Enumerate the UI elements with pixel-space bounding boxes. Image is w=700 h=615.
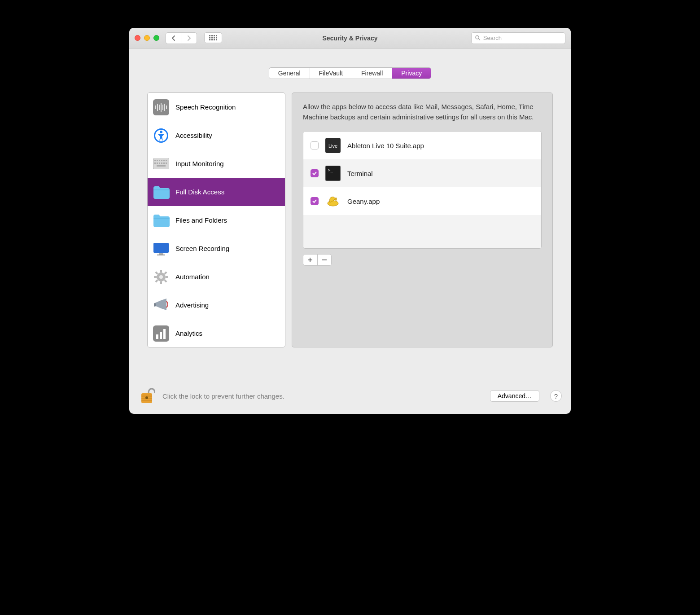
svg-rect-36 <box>163 163 165 164</box>
lock-button[interactable] <box>138 387 156 405</box>
tabs-row: General FileVault Firewall Privacy <box>129 48 571 79</box>
svg-rect-8 <box>209 39 210 40</box>
ableton-icon: Live <box>325 137 341 154</box>
app-name-label: Geany.app <box>347 198 380 205</box>
app-row[interactable]: Live Ableton Live 10 Suite.app <box>303 132 541 159</box>
content-area: Speech Recognition Accessibility Input M… <box>129 79 571 382</box>
megaphone-icon <box>152 296 170 314</box>
sidebar-item-label: Screen Recording <box>175 245 229 252</box>
sidebar-item-analytics[interactable]: Analytics <box>148 319 285 347</box>
svg-rect-4 <box>209 37 210 38</box>
svg-point-71 <box>145 396 148 399</box>
sidebar-item-speech-recognition[interactable]: Speech Recognition <box>148 93 285 121</box>
preferences-window: Security & Privacy General FileVault Fir… <box>129 28 571 414</box>
folder-icon <box>152 183 170 201</box>
sidebar-item-automation[interactable]: Automation <box>148 263 285 291</box>
svg-rect-28 <box>159 160 160 161</box>
sidebar-item-files-and-folders[interactable]: Files and Folders <box>148 206 285 234</box>
minimize-window-button[interactable] <box>144 35 150 41</box>
svg-line-13 <box>478 39 480 40</box>
add-button[interactable] <box>303 255 318 265</box>
svg-rect-52 <box>154 303 156 307</box>
svg-rect-27 <box>157 160 158 161</box>
svg-text:>_: >_ <box>328 168 333 172</box>
sidebar-item-screen-recording[interactable]: Screen Recording <box>148 234 285 263</box>
sidebar-item-full-disk-access[interactable]: Full Disk Access <box>148 178 285 206</box>
zoom-window-button[interactable] <box>153 35 159 41</box>
plus-icon <box>307 257 313 263</box>
svg-rect-62 <box>335 198 337 200</box>
back-button[interactable] <box>166 33 181 44</box>
tab-general[interactable]: General <box>269 68 310 79</box>
tab-filevault[interactable]: FileVault <box>310 68 352 79</box>
svg-rect-7 <box>216 37 217 38</box>
grid-icon <box>209 35 217 40</box>
accessibility-icon <box>152 127 170 145</box>
titlebar: Security & Privacy <box>129 28 571 48</box>
svg-rect-32 <box>154 163 156 164</box>
tab-segment: General FileVault Firewall Privacy <box>269 67 431 79</box>
remove-button[interactable] <box>318 255 332 265</box>
svg-point-12 <box>476 36 479 39</box>
unlocked-lock-icon <box>140 387 155 405</box>
gear-icon <box>152 268 170 286</box>
show-all-button[interactable] <box>204 32 222 43</box>
sidebar-item-label: Analytics <box>175 329 202 337</box>
app-checkbox[interactable] <box>311 197 319 205</box>
app-name-label: Terminal <box>347 170 373 177</box>
search-input[interactable] <box>483 35 561 41</box>
app-row[interactable]: Geany.app <box>303 187 541 215</box>
svg-rect-35 <box>161 163 162 164</box>
tab-privacy[interactable]: Privacy <box>392 68 431 79</box>
app-list[interactable]: Live Ableton Live 10 Suite.app >_ Termin… <box>303 131 542 249</box>
sidebar-item-label: Full Disk Access <box>175 188 224 196</box>
svg-rect-34 <box>159 163 160 164</box>
nav-back-forward <box>166 32 197 44</box>
svg-text:Live: Live <box>328 143 337 149</box>
svg-rect-2 <box>214 35 215 36</box>
waveform-icon <box>152 98 170 116</box>
chevron-left-icon <box>171 35 175 41</box>
sidebar-item-label: Automation <box>175 273 210 281</box>
svg-point-24 <box>160 131 162 133</box>
sidebar-item-label: Accessibility <box>175 132 212 139</box>
footer: Click the lock to prevent further change… <box>129 382 571 414</box>
sidebar-item-advertising[interactable]: Advertising <box>148 291 285 319</box>
svg-rect-1 <box>211 35 213 36</box>
detail-pane: Allow the apps below to access data like… <box>292 92 553 347</box>
privacy-category-list[interactable]: Speech Recognition Accessibility Input M… <box>147 92 285 347</box>
keyboard-icon <box>152 155 170 173</box>
svg-rect-0 <box>209 35 210 36</box>
svg-rect-9 <box>211 39 213 40</box>
svg-rect-30 <box>163 160 165 161</box>
sidebar-item-label: Files and Folders <box>175 216 227 224</box>
add-remove-control <box>303 254 332 266</box>
window-controls <box>135 35 159 41</box>
svg-rect-10 <box>214 39 215 40</box>
svg-rect-31 <box>166 160 167 161</box>
sidebar-item-input-monitoring[interactable]: Input Monitoring <box>148 149 285 178</box>
description-text: Allow the apps below to access data like… <box>303 102 542 122</box>
check-icon <box>312 198 317 204</box>
folder-icon <box>152 211 170 229</box>
svg-rect-44 <box>160 270 162 272</box>
sidebar-item-accessibility[interactable]: Accessibility <box>148 121 285 149</box>
svg-rect-41 <box>157 255 165 255</box>
advanced-button[interactable]: Advanced… <box>490 390 539 402</box>
forward-button[interactable] <box>181 33 197 44</box>
close-window-button[interactable] <box>135 35 140 41</box>
tab-firewall[interactable]: Firewall <box>352 68 392 79</box>
svg-point-43 <box>159 275 163 279</box>
app-row[interactable]: >_ Terminal <box>303 159 541 187</box>
app-checkbox[interactable] <box>311 169 319 177</box>
app-checkbox[interactable] <box>311 141 319 149</box>
search-field[interactable] <box>471 32 565 44</box>
lock-hint-text: Click the lock to prevent further change… <box>162 392 484 400</box>
minus-icon <box>322 257 327 263</box>
svg-rect-11 <box>216 39 217 40</box>
sidebar-item-label: Advertising <box>175 301 209 309</box>
help-button[interactable]: ? <box>550 390 562 402</box>
chart-icon <box>152 325 170 343</box>
terminal-icon: >_ <box>325 165 341 181</box>
geany-icon <box>325 193 341 209</box>
